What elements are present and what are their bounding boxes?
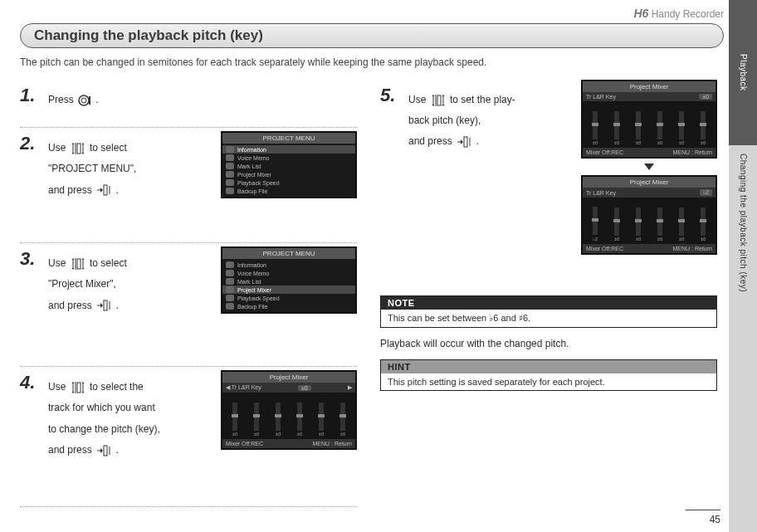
lcd2-item-3: Project Mixer [237,172,271,178]
lcd4-top-right: ±0 [298,385,311,391]
page-content: H6 Handy Recorder Changing the playback … [20,7,724,507]
lcd4-title: Project Mixer [222,372,355,383]
svg-rect-5 [77,259,81,269]
lcd5a-f4: ±0 [679,140,685,145]
step-2-number: 2. [20,134,48,153]
scroll-vertical-icon [71,256,85,271]
lcd5a-f1: ±0 [614,140,620,145]
lcd2-row-2: Mark List [222,162,355,170]
step-3: 3. Use to select "Project Mixer", and pr… [20,243,357,367]
lcd4-top-left: Tr L&R Key [232,384,261,390]
step-1-text-b: . [95,94,98,105]
page-number: 45 [686,510,720,525]
lcd3-row-1: Voice Memo [222,269,355,277]
lcd4-br: MENU : Return [313,441,352,447]
lcd5a-title: Project Mixer [583,81,715,92]
lcd5a-f5: ±0 [701,140,706,145]
lcd2-title: PROJECT MENU [222,133,355,144]
lcd2-row-4: Playback Speed [222,178,355,187]
lcd2-item-2: Mark List [237,164,261,169]
step-4-a: Use [48,381,69,393]
lcd5b-top-right: ♭2 [700,189,712,196]
lcd2-item-0: Information [237,147,266,153]
lcd3-item-2: Mark List [237,279,261,285]
arrow-down-icon [644,164,654,170]
svg-rect-9 [437,95,441,105]
svg-rect-6 [104,300,107,310]
step-2-c: "PROJECT MENU", [48,163,136,174]
side-section-label: Playback [739,54,748,91]
step-2-a: Use [48,142,69,154]
lcd3-row-5: Backup File [222,302,355,310]
after-note-text: Playback will occur with the changed pit… [380,338,717,349]
page-title: Changing the playback pitch (key) [20,23,724,48]
side-tab-subsection: Changing the playback pitch (key) [729,145,757,532]
lcd5a-br: MENU : Return [673,149,712,155]
lcd3-item-4: Playback Speed [237,295,280,301]
lcd5b-f5: ±0 [701,237,706,242]
step-2-e: . [115,184,118,196]
lcd5b-f0: ♭2 [593,236,598,242]
lcd4-f1: ±0 [254,432,260,437]
hint-box: HINT This pitch setting is saved separat… [380,359,717,391]
lcd-step-2: PROJECT MENU Information Voice Memo Mark… [221,131,357,198]
step-5-d: and press [408,135,455,147]
svg-rect-10 [464,137,467,147]
lcd3-row-3: Project Mixer [222,286,355,294]
step-5: 5. Use to set the play- back pitch (key)… [380,80,717,286]
lcd3-item-1: Voice Memo [237,271,270,276]
lcd5b-bl: Mixer Off:REC [586,246,623,251]
lcd5a-f2: ±0 [636,140,642,145]
scroll-vertical-icon [71,380,85,395]
lcd5a-bl: Mixer Off:REC [586,149,623,155]
hint-heading: HINT [381,360,716,373]
svg-rect-2 [89,96,90,105]
lcd3-row-0: Information [222,261,355,269]
press-right-icon [96,299,111,312]
lcd5b-f1: ±0 [614,237,620,242]
lcd3-item-5: Backup File [237,304,268,310]
hint-body: This pitch setting is saved separately f… [381,373,716,390]
step-3-e: . [115,300,118,311]
press-right-icon [457,135,471,149]
note-heading: NOTE [381,296,716,310]
step-2-b: to select [90,142,127,154]
step-5-c: back pitch (key), [408,115,481,126]
note-body: This can be set between ♭6 and ♯6. [381,310,716,327]
lcd4-f0: ±0 [232,432,238,437]
press-right-icon [96,444,111,457]
step-4-f: . [115,444,118,456]
svg-rect-7 [77,383,81,393]
scroll-vertical-icon [71,141,85,156]
step-4-e: and press [48,444,95,456]
step-4-c: track for which you want [48,402,155,413]
step-3-b: to select [90,257,127,269]
step-4-d: to change the pitch (key), [48,423,160,435]
note-box: NOTE This can be set between ♭6 and ♯6. [380,295,717,328]
lcd2-row-1: Voice Memo [222,154,355,162]
lcd4-f5: ±0 [340,432,346,437]
side-tab-section: Playback [729,0,757,145]
step-4-number: 4. [20,373,48,392]
lcd-step-5a: Project Mixer Tr L&R Key ±0 ±0 ±0 ±0 ±0 … [581,80,717,159]
step-1-number: 1. [20,86,48,105]
step-3-d: and press [48,300,95,311]
step-2-d: and press [48,184,95,196]
product-name: Handy Recorder [652,8,724,20]
lcd3-row-2: Mark List [222,277,355,286]
lcd4-f3: ±0 [297,432,303,437]
step-5-b: to set the play- [450,94,515,105]
lcd5b-f4: ±0 [679,237,685,242]
lcd2-row-5: Backup File [222,187,355,195]
lcd3-row-4: Playback Speed [222,294,355,302]
lcd5b-f2: ±0 [636,237,642,242]
step-1-text-a: Press [48,94,76,105]
lcd2-item-4: Playback Speed [237,180,280,186]
lcd4-f2: ±0 [276,432,281,437]
svg-point-1 [81,98,86,103]
step-5-number: 5. [380,86,408,105]
lcd5a-f0: ±0 [593,140,598,145]
intro-text: The pitch can be changed in semitones fo… [20,56,724,68]
svg-rect-4 [104,185,107,195]
lcd3-item-0: Information [237,262,266,268]
